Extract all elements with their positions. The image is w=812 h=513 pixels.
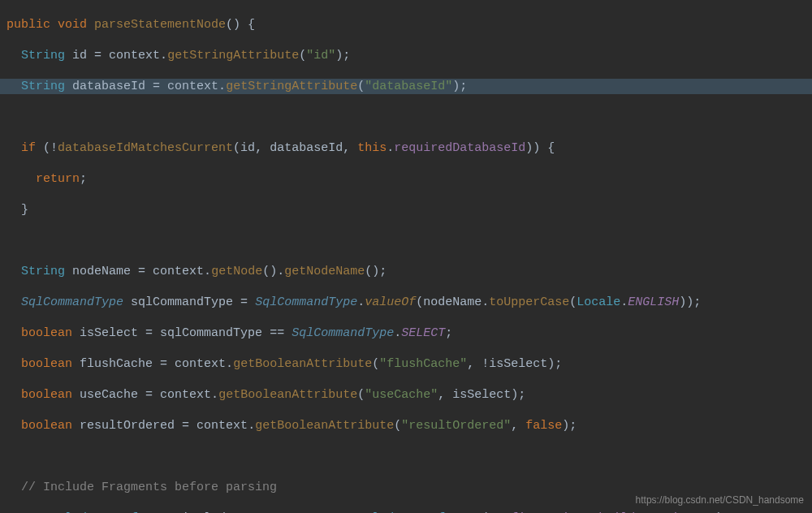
code-editor[interactable]: public void parseStatementNode() { Strin…: [0, 0, 812, 513]
watermark-text: https://blog.csdn.net/CSDN_handsome: [636, 493, 804, 508]
code-line: boolean useCache = context.getBooleanAtt…: [0, 387, 812, 403]
code-line: return;: [0, 171, 812, 187]
code-line: String id = context.getStringAttribute("…: [0, 48, 812, 63]
code-line: boolean resultOrdered = context.getBoole…: [0, 418, 812, 433]
code-line-highlighted: String databaseId = context.getStringAtt…: [0, 79, 812, 94]
code-line-blank: [0, 110, 812, 125]
code-line: if (!databaseIdMatchesCurrent(id, databa…: [0, 140, 812, 156]
code-line-blank: [0, 449, 812, 464]
code-line-blank: [0, 233, 812, 248]
code-line: String nodeName = context.getNode().getN…: [0, 264, 812, 279]
code-line: boolean isSelect = sqlCommandType == Sql…: [0, 325, 812, 341]
code-line: SqlCommandType sqlCommandType = SqlComma…: [0, 295, 812, 310]
code-line: public void parseStatementNode() {: [0, 17, 812, 32]
code-line: }: [0, 202, 812, 218]
code-line: boolean flushCache = context.getBooleanA…: [0, 356, 812, 372]
